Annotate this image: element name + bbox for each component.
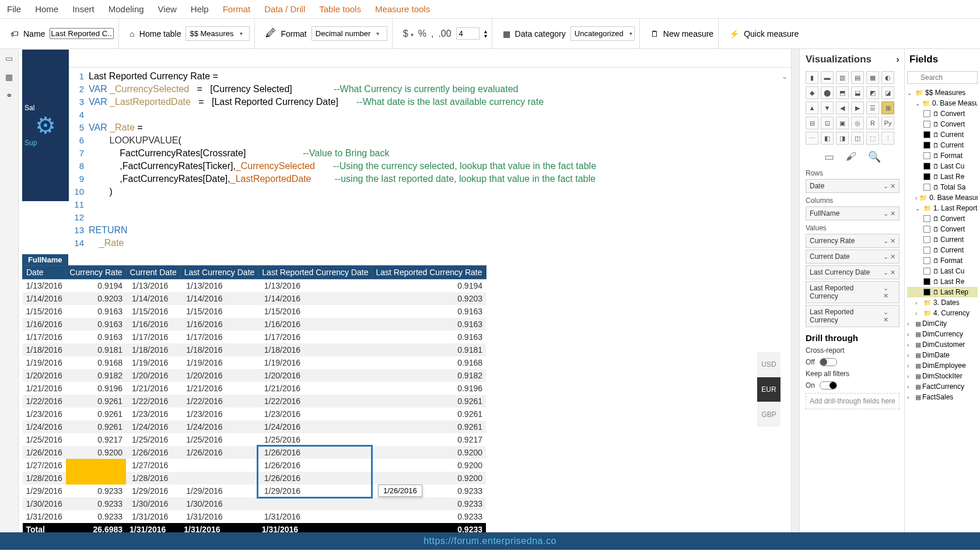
data-view-icon[interactable]: ▦ bbox=[4, 72, 15, 83]
viz-gallery[interactable]: ▮▬▥▤▦◐◆⬤⬒⬓◩◪▲▼◀▶☰⊞⊟⊡▣◎RPy⋯◧◨◫⬚⋮ bbox=[806, 71, 900, 145]
table-row[interactable]: 1/25/20160.92171/25/20161/25/20161/25/20… bbox=[23, 433, 487, 446]
viz-type-icon[interactable]: ◨ bbox=[836, 132, 849, 145]
rows-well[interactable]: Date⌄ ✕ bbox=[806, 179, 900, 193]
home-table-select[interactable]: $$ Measures bbox=[186, 26, 250, 41]
menu-view[interactable]: View bbox=[158, 4, 177, 14]
folder-node[interactable]: ⌄1. Last Report bbox=[907, 203, 978, 213]
analytics-tab-icon[interactable]: 🔍 bbox=[868, 150, 881, 163]
table-node[interactable]: ›DimDate bbox=[907, 350, 978, 360]
format-tab-icon[interactable]: 🖌 bbox=[846, 150, 856, 163]
table-node[interactable]: ›DimCity bbox=[907, 318, 978, 329]
table-row[interactable]: 1/24/20160.92611/24/20161/24/20161/24/20… bbox=[23, 420, 487, 433]
col-header[interactable]: Currency Rate bbox=[66, 266, 126, 279]
field-node[interactable]: Last Re bbox=[907, 276, 978, 287]
menu-insert[interactable]: Insert bbox=[72, 4, 94, 14]
table-row[interactable]: 1/21/20160.91961/21/20161/21/20161/21/20… bbox=[23, 382, 487, 395]
slicer-item-eur[interactable]: EUR bbox=[757, 377, 780, 402]
col-header[interactable]: Last Currency Date bbox=[180, 266, 258, 279]
menu-data-drill[interactable]: Data / Drill bbox=[264, 4, 305, 14]
col-header[interactable]: Last Reported Currency Rate bbox=[372, 266, 486, 279]
field-node[interactable]: Format bbox=[907, 255, 978, 266]
table-row[interactable]: 1/20/20160.91821/20/20161/20/20161/20/20… bbox=[23, 369, 487, 382]
collapse-viz-icon[interactable]: › bbox=[896, 54, 900, 65]
field-node[interactable]: Convert bbox=[907, 108, 978, 119]
fields-search-input[interactable] bbox=[907, 71, 978, 84]
table-row[interactable]: 1/16/20160.91631/16/20161/16/20161/16/20… bbox=[23, 318, 487, 331]
menu-table-tools[interactable]: Table tools bbox=[319, 4, 361, 14]
field-node[interactable]: Format bbox=[907, 150, 978, 161]
folder-node[interactable]: ⌄$$ Measures bbox=[907, 87, 978, 98]
viz-type-icon[interactable]: ⬤ bbox=[821, 86, 834, 99]
currency-slicer[interactable]: USDEURGBP bbox=[757, 352, 780, 427]
viz-type-icon[interactable]: ⬓ bbox=[851, 86, 864, 99]
menu-home[interactable]: Home bbox=[35, 4, 58, 14]
field-node[interactable]: Last Rep bbox=[907, 287, 978, 297]
viz-type-icon[interactable]: ⊡ bbox=[821, 117, 834, 129]
viz-type-icon[interactable]: ▬ bbox=[821, 71, 834, 84]
comma-button[interactable]: , bbox=[431, 29, 433, 39]
table-row[interactable]: 1/31/20160.92331/31/20161/31/20161/31/20… bbox=[23, 510, 487, 523]
viz-type-icon[interactable]: ▥ bbox=[836, 71, 849, 84]
menu-modeling[interactable]: Modeling bbox=[108, 4, 144, 14]
viz-type-icon[interactable]: ▼ bbox=[821, 101, 834, 114]
values-well[interactable]: Current Date⌄ ✕ bbox=[806, 250, 900, 264]
decimals-input[interactable] bbox=[456, 27, 480, 40]
viz-type-icon[interactable]: ⋮ bbox=[881, 132, 894, 145]
table-row[interactable]: 1/26/20160.92001/26/20161/26/20161/26/20… bbox=[23, 446, 487, 459]
viz-type-icon[interactable]: ▮ bbox=[806, 71, 818, 84]
viz-type-icon[interactable]: ◎ bbox=[851, 117, 864, 129]
field-node[interactable]: Convert bbox=[907, 224, 978, 234]
new-measure-button[interactable]: New measure bbox=[663, 29, 713, 38]
canvas-scrollbar[interactable] bbox=[791, 49, 799, 532]
field-node[interactable]: Current bbox=[907, 234, 978, 245]
viz-type-icon[interactable]: ⊞ bbox=[881, 101, 894, 114]
field-node[interactable]: Last Cu bbox=[907, 266, 978, 276]
table-row[interactable]: 1/27/20161/27/20161/26/20160.9200 bbox=[23, 459, 487, 472]
expand-editor-icon[interactable]: ⌄ bbox=[782, 70, 788, 83]
table-row[interactable]: 1/23/20160.92611/23/20161/23/20161/23/20… bbox=[23, 408, 487, 420]
slicer-item-gbp[interactable]: GBP bbox=[757, 402, 780, 427]
table-node[interactable]: ›DimStockIter bbox=[907, 371, 978, 381]
table-row[interactable]: 1/19/20160.91681/19/20161/19/20161/19/20… bbox=[23, 356, 487, 369]
table-row[interactable]: 1/22/20160.92611/22/20161/22/20161/22/20… bbox=[23, 395, 487, 408]
table-node[interactable]: ›DimCustomer bbox=[907, 339, 978, 350]
field-node[interactable]: Last Cu bbox=[907, 161, 978, 171]
viz-type-icon[interactable]: ◪ bbox=[881, 86, 894, 99]
datacat-select[interactable]: Uncategorized bbox=[570, 26, 635, 41]
viz-type-icon[interactable]: ◆ bbox=[806, 86, 818, 99]
viz-type-icon[interactable]: ⬒ bbox=[836, 86, 849, 99]
model-view-icon[interactable]: ⚭ bbox=[4, 91, 15, 101]
table-row[interactable]: 1/17/20160.91631/17/20161/17/20161/17/20… bbox=[23, 331, 487, 343]
fields-tree[interactable]: ⌄$$ Measures⌄0. Base MeasureConvertConve… bbox=[907, 87, 978, 402]
table-row[interactable]: 1/15/20160.91631/15/20161/15/20161/15/20… bbox=[23, 305, 487, 318]
viz-type-icon[interactable]: ☰ bbox=[866, 101, 879, 114]
table-row[interactable]: 1/14/20160.92031/14/20161/14/20161/14/20… bbox=[23, 292, 487, 305]
table-row[interactable]: 1/13/20160.91941/13/20161/13/20161/13/20… bbox=[23, 279, 487, 293]
values-well[interactable]: Last Reported Currency⌄ ✕ bbox=[806, 281, 900, 303]
viz-type-icon[interactable]: ▣ bbox=[836, 117, 849, 129]
dax-editor[interactable]: ⌄ 1Last Reported Currency Rate =2VAR _Cu… bbox=[69, 67, 791, 254]
viz-type-icon[interactable]: R bbox=[866, 117, 879, 129]
menu-measure-tools[interactable]: Measure tools bbox=[375, 4, 430, 14]
viz-type-icon[interactable]: ⬚ bbox=[866, 132, 879, 145]
folder-node[interactable]: ›0. Base Measure bbox=[907, 192, 978, 203]
menu-format[interactable]: Format bbox=[223, 4, 251, 14]
viz-type-icon[interactable]: ▦ bbox=[866, 71, 879, 84]
field-node[interactable]: Current bbox=[907, 140, 978, 150]
table-row[interactable]: 1/30/20160.92331/30/20161/30/20160.9233 bbox=[23, 497, 487, 510]
folder-node[interactable]: ⌄0. Base Measure bbox=[907, 98, 978, 108]
viz-type-icon[interactable]: ◫ bbox=[851, 132, 864, 145]
keep-filters-toggle[interactable] bbox=[820, 381, 837, 389]
currency-button[interactable]: $ bbox=[403, 29, 414, 39]
columns-well[interactable]: FullName⌄ ✕ bbox=[806, 206, 900, 220]
field-node[interactable]: Last Re bbox=[907, 171, 978, 182]
folder-node[interactable]: ›4. Currency bbox=[907, 308, 978, 318]
table-node[interactable]: ›DimCurrency bbox=[907, 329, 978, 339]
viz-type-icon[interactable]: ⋯ bbox=[806, 132, 818, 145]
field-node[interactable]: Current bbox=[907, 245, 978, 255]
menu-file[interactable]: File bbox=[7, 4, 21, 14]
menu-help[interactable]: Help bbox=[191, 4, 209, 14]
col-header[interactable]: Current Date bbox=[126, 266, 180, 279]
viz-type-icon[interactable]: ◧ bbox=[821, 132, 834, 145]
quick-measure-button[interactable]: Quick measure bbox=[744, 29, 799, 38]
